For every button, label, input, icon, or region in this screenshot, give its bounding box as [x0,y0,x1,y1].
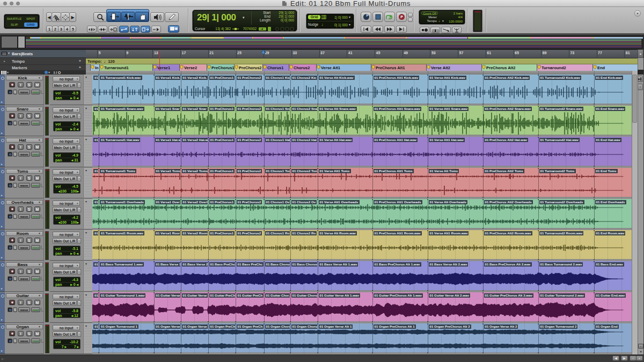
svg-text:((▮)): ((▮)) [431,28,438,33]
svg-text:P: P [400,15,403,19]
